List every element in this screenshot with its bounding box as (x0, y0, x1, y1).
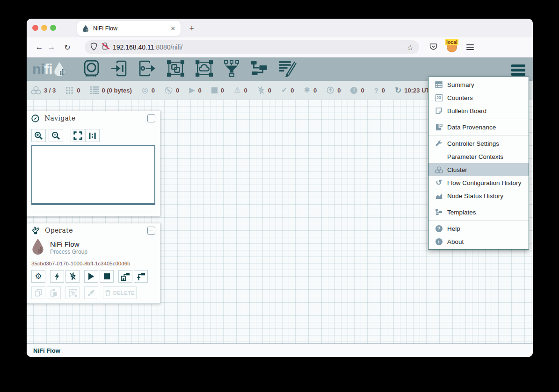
navigate-palette-header[interactable]: Navigate (27, 111, 160, 125)
browser-menu-icon[interactable] (466, 43, 474, 51)
summary-icon (435, 81, 443, 88)
zoom-out-button[interactable] (49, 129, 63, 142)
menu-divider (428, 119, 529, 119)
locally-modified-stale-count: 0 (361, 87, 364, 94)
operate-buttons-row-1: ⚙ (31, 270, 155, 283)
birdseye-view[interactable] (31, 145, 155, 205)
operate-palette: Operate NiFi Flow Process Group 35cbd3b7… (27, 223, 160, 304)
menu-item-bulletin-board[interactable]: Bulletin Board (428, 104, 529, 117)
menu-item-data-provenance[interactable]: Data Provenance (428, 121, 529, 134)
node-status-history-icon (435, 193, 443, 199)
url-text: 192.168.40.11:8080/nifi/ (113, 43, 407, 51)
data-provenance-icon (435, 124, 443, 131)
window-minimize-button[interactable] (41, 25, 47, 31)
browser-tab-bar: NiFi Flow × + (27, 19, 533, 37)
menu-item-cluster[interactable]: Cluster (428, 163, 529, 176)
enable-button[interactable] (50, 270, 64, 283)
funnel-component-icon[interactable] (224, 60, 240, 79)
remote-process-group-component-icon[interactable] (195, 60, 213, 79)
address-bar-input[interactable]: 192.168.40.11:8080/nifi/ ☆ (85, 40, 419, 54)
configure-button[interactable]: ⚙ (31, 270, 45, 283)
navigate-palette-title: Navigate (44, 114, 147, 122)
insecure-lock-icon[interactable] (102, 43, 108, 52)
browser-window: NiFi Flow × + ← → ↻ 192.168.40.11:8080/n… (27, 19, 533, 357)
breadcrumb-root[interactable]: NiFi Flow (33, 347, 60, 354)
back-button[interactable]: ← (33, 43, 45, 52)
operate-palette-title: Operate (45, 227, 147, 234)
menu-item-node-status-history[interactable]: Node Status History (428, 189, 529, 202)
navigate-collapse-button[interactable] (147, 114, 155, 122)
pocket-icon[interactable] (429, 43, 437, 52)
locally-modified-stale-icon: ! (350, 87, 357, 94)
operate-buttons-row-2: DELETE (31, 286, 155, 299)
operate-palette-header[interactable]: Operate (27, 223, 160, 237)
active-threads-icon (65, 86, 73, 94)
tracking-shield-icon[interactable] (90, 43, 97, 52)
queued-icon (90, 86, 99, 94)
selected-component-type: Process Group (50, 249, 87, 256)
save-template-button[interactable] (118, 270, 132, 283)
connected-nodes-count: 3 / 3 (44, 87, 56, 94)
operate-collapse-button[interactable] (147, 227, 155, 235)
window-zoom-button[interactable] (50, 25, 56, 31)
template-component-icon[interactable] (250, 60, 268, 78)
input-port-component-icon[interactable] (110, 60, 128, 79)
refresh-icon[interactable]: ↻ (395, 86, 401, 95)
zoom-actual-button[interactable] (85, 129, 100, 142)
start-button[interactable] (84, 270, 98, 283)
cluster-icon (31, 86, 41, 94)
window-close-button[interactable] (32, 25, 38, 31)
running-count: 0 (198, 87, 202, 94)
process-group-drop-icon (31, 238, 44, 257)
tab-close-icon[interactable]: × (170, 24, 176, 32)
output-port-component-icon[interactable] (138, 60, 156, 79)
label-component-icon[interactable] (278, 60, 297, 79)
bulletin-board-icon (435, 107, 443, 114)
not-transmitting-icon (165, 86, 173, 94)
browser-url-bar: ← → ↻ 192.168.40.11:8080/nifi/ ☆ local (27, 37, 533, 57)
locally-modified-stale-stat: !0 (350, 87, 364, 94)
url-host: 192.168.40.11 (113, 43, 154, 51)
about-icon: i (435, 238, 443, 245)
menu-item-flow-configuration-history[interactable]: ↺ Flow Configuration History (428, 176, 529, 189)
forward-button[interactable]: → (45, 43, 58, 52)
connected-nodes-stat: 3 / 3 (31, 86, 56, 94)
transmitting-icon: ◎ (142, 86, 148, 94)
browser-tab[interactable]: NiFi Flow × (77, 21, 181, 36)
active-threads-count: 0 (77, 87, 80, 94)
help-icon: ? (435, 225, 443, 232)
global-menu: Summary 23 Counters Bulletin Board Data … (428, 77, 529, 249)
disabled-stat: 0 (257, 86, 271, 94)
up-to-date-icon: ✔ (281, 86, 287, 94)
queued-stat: 0 (0 bytes) (90, 86, 132, 94)
processor-component-icon[interactable] (83, 60, 100, 79)
menu-item-help[interactable]: ? Help (428, 222, 529, 235)
menu-item-templates[interactable]: Templates (428, 206, 529, 219)
stale-icon (327, 86, 334, 94)
profile-avatar[interactable]: local (447, 42, 457, 52)
counters-icon: 23 (435, 94, 443, 101)
menu-item-parameter-contexts[interactable]: Parameter Contexts (428, 150, 529, 163)
menu-item-about[interactable]: i About (428, 235, 529, 248)
zoom-in-button[interactable] (31, 129, 46, 142)
paste-button (47, 286, 61, 299)
menu-divider (428, 135, 529, 135)
up-to-date-count: 0 (290, 87, 294, 94)
upload-template-button[interactable] (134, 270, 148, 283)
zoom-fit-button[interactable] (71, 129, 85, 142)
bookmark-star-icon[interactable]: ☆ (407, 43, 414, 52)
menu-item-controller-settings[interactable]: Controller Settings (428, 137, 529, 150)
selected-component: NiFi Flow Process Group (31, 238, 155, 257)
stop-button[interactable] (100, 270, 114, 283)
global-menu-button[interactable] (511, 63, 525, 77)
process-group-component-icon[interactable] (167, 60, 185, 79)
menu-item-summary[interactable]: Summary (428, 78, 529, 91)
disable-button[interactable] (65, 270, 80, 283)
menu-item-counters[interactable]: 23 Counters (428, 91, 529, 104)
url-path: :8080/nifi/ (154, 43, 183, 51)
copy-button (31, 286, 45, 299)
logo-ni: ni (32, 63, 44, 77)
reload-button[interactable]: ↻ (61, 43, 73, 52)
new-tab-button[interactable]: + (186, 22, 198, 35)
stopped-icon (211, 87, 218, 93)
